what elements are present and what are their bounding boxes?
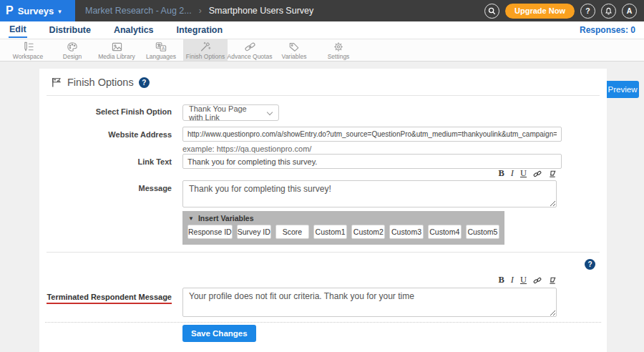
magic-wand-icon — [200, 41, 211, 52]
nav-tab-edit[interactable]: Edit — [9, 22, 27, 38]
chevron-down-icon — [267, 109, 273, 115]
message-editor-toolbar: B I U — [182, 169, 557, 178]
link-text-input[interactable] — [182, 154, 562, 169]
terminated-editor-toolbar: B I U — [182, 275, 557, 285]
finish-options-help-icon[interactable]: ? — [139, 77, 150, 88]
bell-icon — [605, 7, 613, 15]
top-header-bar: P Surveys ▾ Market Research - Aug 2... ›… — [0, 0, 644, 21]
workspace-icon — [22, 41, 34, 52]
section-divider — [47, 252, 600, 253]
variable-button-custom2[interactable]: Custom2 — [351, 225, 385, 239]
toolbar-item-advance-quotas[interactable]: Advance Quotas — [228, 39, 272, 61]
breadcrumb-separator-icon: › — [199, 6, 202, 16]
page-title: Finish Options ? — [51, 77, 150, 88]
variable-button-custom5[interactable]: Custom5 — [466, 225, 499, 239]
save-changes-button[interactable]: Save Changes — [182, 325, 256, 342]
bold-button[interactable]: B — [498, 275, 504, 285]
variable-button-custom1[interactable]: Custom1 — [313, 225, 347, 239]
questionpro-logo: P — [6, 5, 14, 16]
website-address-hint: example: https://qa.questionpro.com/ — [182, 145, 311, 153]
underline-button[interactable]: U — [520, 275, 527, 285]
insert-variables-panel: ▼ Insert Variables Response ID Survey ID… — [182, 211, 504, 245]
title-divider — [47, 95, 600, 96]
search-icon — [488, 7, 496, 15]
surveys-product-menu[interactable]: P Surveys ▾ — [0, 0, 75, 21]
toolbar-item-languages[interactable]: A Languages — [139, 39, 183, 61]
product-name: Surveys — [18, 6, 54, 16]
nav-tab-distribute[interactable]: Distribute — [49, 23, 92, 37]
avatar[interactable]: A — [622, 4, 637, 19]
tag-icon — [288, 41, 300, 52]
translate-icon: A — [155, 41, 167, 52]
terminated-message-label-wrap: Terminated Respondent Message — [39, 290, 172, 304]
insert-variables-buttons: Response ID Survey ID Score Custom1 Cust… — [182, 224, 504, 240]
toolbar-item-variables[interactable]: Variables — [272, 39, 316, 61]
finish-flag-icon — [51, 77, 62, 88]
website-address-label: Website Address — [39, 130, 172, 139]
chain-link-icon — [244, 41, 256, 52]
toolbar-item-settings[interactable]: Settings — [316, 39, 361, 61]
finish-option-select[interactable]: Thank You Page with Link — [182, 104, 279, 121]
insert-link-icon[interactable] — [533, 170, 542, 178]
breadcrumb: Market Research - Aug 2... › Smartphone … — [85, 6, 313, 16]
toolbar-item-workspace[interactable]: Workspace — [6, 39, 50, 61]
svg-text:A: A — [162, 45, 165, 50]
chevron-down-icon: ▾ — [58, 8, 62, 15]
terminated-message-help-icon[interactable]: ? — [585, 259, 595, 270]
variable-button-custom4[interactable]: Custom4 — [428, 225, 462, 239]
variable-button-survey-id[interactable]: Survey ID — [237, 225, 271, 239]
remove-format-icon[interactable] — [548, 276, 557, 285]
palette-icon — [67, 41, 78, 52]
underline-button[interactable]: U — [520, 169, 527, 178]
responses-count[interactable]: Responses: 0 — [580, 25, 635, 35]
search-button[interactable] — [484, 4, 499, 19]
variable-button-score[interactable]: Score — [275, 225, 309, 239]
breadcrumb-survey-name: Smartphone Users Survey — [209, 6, 314, 16]
toolbar-item-finish-options[interactable]: Finish Options — [183, 39, 228, 61]
upgrade-now-button[interactable]: Upgrade Now — [505, 4, 575, 19]
italic-button[interactable]: I — [511, 169, 514, 178]
save-divider — [45, 322, 601, 323]
help-button[interactable]: ? — [580, 4, 595, 19]
insert-link-icon[interactable] — [533, 276, 542, 285]
variable-button-custom3[interactable]: Custom3 — [389, 225, 423, 239]
terminated-message-textarea[interactable]: Your profile does not fit our criteria. … — [182, 288, 557, 317]
message-label: Message — [39, 184, 172, 192]
nav-tab-analytics[interactable]: Analytics — [113, 23, 155, 37]
gear-icon — [333, 41, 344, 52]
notifications-button[interactable] — [601, 4, 616, 19]
variable-button-response-id[interactable]: Response ID — [187, 225, 233, 239]
select-finish-option-label: Select Finish Option — [39, 107, 172, 116]
website-address-input[interactable] — [182, 127, 562, 142]
bold-button[interactable]: B — [498, 169, 504, 178]
nav-tab-integration[interactable]: Integration — [176, 23, 224, 37]
caret-down-icon: ▼ — [188, 215, 194, 222]
toolbar-item-media-library[interactable]: Media Library — [94, 39, 139, 61]
italic-button[interactable]: I — [511, 275, 514, 285]
terminated-message-label: Terminated Respondent Message — [47, 293, 172, 304]
finish-options-panel: Finish Options ? Select Finish Option Th… — [39, 69, 607, 352]
message-textarea[interactable]: Thank you for completing this survey! — [182, 180, 557, 207]
breadcrumb-folder[interactable]: Market Research - Aug 2... — [85, 6, 192, 16]
header-actions: Upgrade Now ? A — [484, 4, 644, 19]
toolbar-item-design[interactable]: Design — [50, 39, 94, 61]
image-icon — [111, 41, 123, 52]
link-text-label: Link Text — [39, 157, 172, 166]
main-nav: Edit Distribute Analytics Integration Re… — [0, 21, 644, 39]
insert-variables-toggle[interactable]: ▼ Insert Variables — [182, 211, 504, 224]
survey-toolbar: Workspace Design Media Library A Languag… — [0, 39, 644, 62]
remove-format-icon[interactable] — [548, 170, 557, 178]
